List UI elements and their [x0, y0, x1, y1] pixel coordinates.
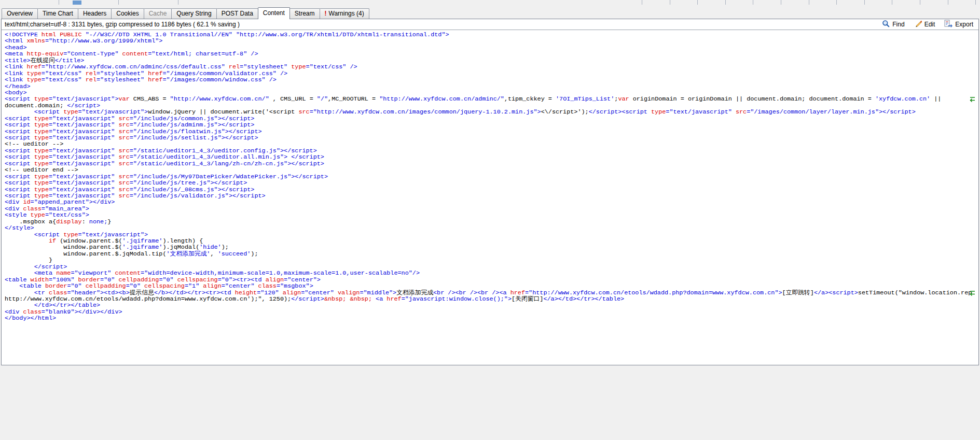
code-line: <table border="0" cellpadding="0" cellsp…	[5, 283, 978, 289]
tab-label: Time Chart	[43, 10, 73, 17]
grid-tick	[892, 0, 892, 5]
code-line: </script>	[5, 264, 978, 270]
code-line: <div class="main_area">	[5, 206, 978, 212]
code-line: http://www.xyfdcw.com.cn/etools/wdadd.ph…	[5, 296, 978, 302]
pencil-icon	[914, 20, 922, 29]
tab-label: Cache	[149, 10, 167, 17]
grid-tick	[642, 0, 642, 5]
code-line: <script type="text/javascript" src="/sta…	[5, 154, 978, 160]
code-line: <script type="text/javascript" src="/inc…	[5, 116, 978, 122]
code-line: <link href="http://www.xyfdcw.com.cn/adm…	[5, 64, 978, 70]
line-continuation-icon	[970, 290, 975, 296]
code-line: <!-- ueditor end -->	[5, 167, 978, 173]
code-line: <meta http-equiv="Content-Type" content=…	[5, 51, 978, 57]
code-line: <title>在线提问</title>	[5, 58, 978, 64]
code-line: }	[5, 257, 978, 263]
tab-label: Warnings (4)	[329, 10, 364, 17]
grid-tick	[725, 0, 726, 5]
grid-tick	[753, 0, 753, 5]
request-grid-remnant	[0, 0, 980, 7]
code-line: <script type="text/javascript" src="/inc…	[5, 122, 978, 128]
grid-tick	[948, 0, 948, 5]
code-line: <tr class="header"><td><b>提示信息</b></td><…	[5, 290, 978, 296]
code-line: <!DOCTYPE html PUBLIC "-//W3C//DTD XHTML…	[5, 32, 978, 38]
grid-tick	[118, 0, 119, 5]
code-line: <script type="text/javascript" src="/inc…	[5, 129, 978, 135]
grid-selection-fragment	[73, 1, 81, 5]
code-line: if (window.parent.$('.jqiframe').length)…	[5, 238, 978, 244]
code-line: <html xmlns="http://www.w3.org/1999/xhtm…	[5, 38, 978, 44]
grid-tick	[670, 0, 670, 5]
grid-tick	[975, 0, 976, 5]
export-button[interactable]: Export	[944, 20, 973, 29]
grid-tick	[920, 0, 920, 5]
tab-label: Content	[263, 9, 285, 17]
tab-bar: OverviewTime ChartHeadersCookiesCacheQue…	[0, 7, 980, 19]
code-line: </body></html>	[5, 315, 978, 321]
code-line: <div class="blank9"></div></div>	[5, 309, 978, 315]
edit-label: Edit	[924, 21, 935, 28]
code-line: window.parent.$.jqModal.tip('文档添加完成', 's…	[5, 251, 978, 257]
code-line: .msgbox a{display: none;}	[5, 219, 978, 225]
code-line: <script type="text/javascript" src="/inc…	[5, 135, 978, 141]
tab-overview[interactable]: Overview	[2, 8, 38, 19]
tab-label: Stream	[295, 10, 315, 17]
export-icon	[944, 20, 953, 29]
tab-headers[interactable]: Headers	[78, 8, 112, 19]
code-line: <script type="text/javascript" src="/sta…	[5, 161, 978, 167]
tab-content[interactable]: Content	[258, 7, 290, 19]
grid-tick	[781, 0, 781, 5]
tab-label: Headers	[83, 10, 106, 17]
edit-button[interactable]: Edit	[914, 20, 935, 29]
find-button[interactable]: Find	[882, 20, 904, 29]
grid-tick	[178, 0, 178, 5]
tab-post-data[interactable]: POST Data	[216, 8, 258, 19]
code-line: <script type="text/javascript" src="/inc…	[5, 174, 978, 180]
find-label: Find	[892, 21, 904, 28]
tab-cache: Cache	[144, 8, 172, 19]
content-panel: text/html;charset=utf-8 : 3131 bytes, gz…	[1, 19, 979, 365]
grid-tick	[697, 0, 698, 5]
content-actions: Find Edit Export	[882, 20, 973, 29]
code-line: </td></tr></table>	[5, 302, 978, 308]
tab-query-string[interactable]: Query String	[171, 8, 216, 19]
tab-stream[interactable]: Stream	[289, 8, 320, 19]
line-continuation-icon	[970, 96, 975, 102]
code-line: </head>	[5, 83, 978, 90]
grid-tick	[836, 0, 837, 5]
content-summary: text/html;charset=utf-8 : 3131 bytes, gz…	[5, 21, 240, 28]
tab-warnings-4[interactable]: !Warnings (4)	[320, 8, 369, 19]
code-line: </style>	[5, 225, 978, 231]
code-line: <script type="text/javascript">window.jQ…	[5, 109, 978, 115]
code-line: <style type="text/css">	[5, 212, 978, 218]
code-line: <meta name="viewport" content="width=dev…	[5, 270, 978, 276]
tab-label: POST Data	[222, 10, 253, 17]
tab-time-chart[interactable]: Time Chart	[37, 8, 78, 19]
code-line: <table width="100%" border="0" cellpaddi…	[5, 277, 978, 283]
source-code-view[interactable]: <!DOCTYPE html PUBLIC "-//W3C//DTD XHTML…	[2, 30, 978, 365]
export-label: Export	[955, 21, 973, 28]
code-line: <script type="text/javascript" src="/inc…	[5, 193, 978, 199]
code-line: <script type="text/javascript" src="/sta…	[5, 148, 978, 154]
code-line: <head>	[5, 45, 978, 51]
grid-tick	[59, 0, 59, 5]
tab-label: Cookies	[116, 10, 139, 17]
tab-label: Query String	[176, 10, 211, 17]
code-line: <body>	[5, 90, 978, 96]
code-line: <!-- ueditor -->	[5, 141, 978, 147]
code-line: <script type="text/javascript">	[5, 232, 978, 238]
content-info-bar: text/html;charset=utf-8 : 3131 bytes, gz…	[2, 19, 978, 30]
code-line: <link type="text/css" rel="stylesheet" h…	[5, 77, 978, 83]
grid-tick	[864, 0, 865, 5]
tab-cookies[interactable]: Cookies	[111, 8, 144, 19]
grid-tick	[809, 0, 809, 5]
search-icon	[882, 20, 890, 29]
warning-icon: !	[325, 10, 327, 17]
code-line: <link type="text/css" rel="stylesheet" h…	[5, 70, 978, 77]
code-line: window.parent.$('.jqiframe').jqModal('hi…	[5, 244, 978, 250]
code-line: <div id="append_parent"></div>	[5, 199, 978, 205]
tab-label: Overview	[7, 10, 33, 17]
code-line: document.domain; </script>	[5, 103, 978, 109]
code-line: <script type="text/javascript" src="/inc…	[5, 180, 978, 186]
code-line: <script type="text/javascript" src="/inc…	[5, 187, 978, 193]
